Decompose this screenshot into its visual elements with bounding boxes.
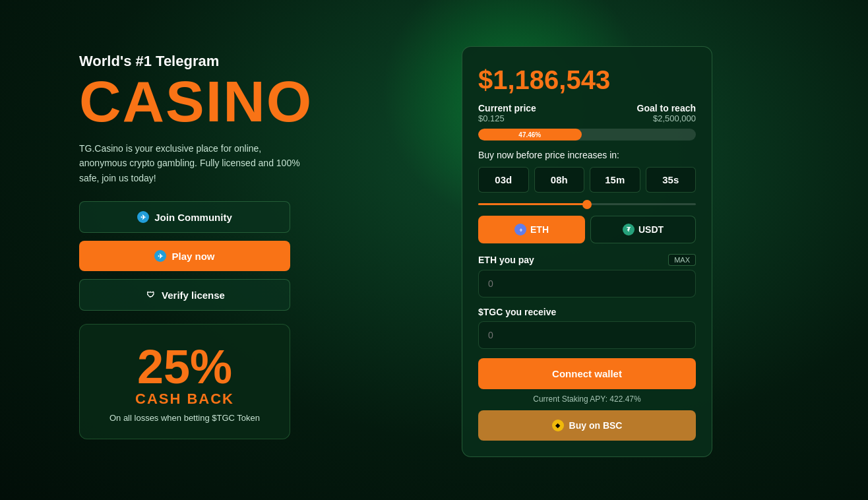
verify-icon: 🛡 [144, 289, 156, 301]
eth-icon: ⬨ [514, 224, 526, 235]
play-now-button[interactable]: ✈ Play now [79, 241, 290, 271]
play-telegram-icon: ✈ [154, 250, 166, 262]
tgc-input[interactable] [478, 321, 696, 349]
cashback-label: CASH BACK [101, 391, 268, 408]
join-community-button[interactable]: ✈ Join Community [79, 201, 290, 233]
bsc-button-label: Buy on BSC [569, 420, 623, 431]
max-button[interactable]: MAX [668, 254, 696, 266]
verify-license-label: Verify license [162, 290, 225, 301]
goal-value: $2,500,000 [637, 113, 696, 123]
progress-bar-container: 47.46% [478, 129, 696, 141]
usdt-icon: ₮ [623, 224, 635, 235]
goal-price-group: Goal to reach $2,500,000 [637, 103, 696, 123]
timer-label: Buy now before price increases in: [478, 150, 696, 160]
raised-amount: $1,186,543 [478, 65, 696, 95]
current-price-group: Current price $0.125 [478, 103, 536, 123]
slider-track[interactable] [478, 203, 696, 205]
bsc-icon: ◆ [552, 420, 564, 431]
eth-tab[interactable]: ⬨ ETH [478, 216, 585, 243]
verify-license-button[interactable]: 🛡 Verify license [79, 279, 290, 311]
eth-field-label: ETH you pay MAX [478, 254, 696, 266]
slider-dot[interactable] [582, 200, 592, 209]
progress-bar-fill: 47.46% [478, 129, 582, 141]
telegram-icon: ✈ [137, 211, 149, 223]
timer-seconds: 35s [646, 167, 697, 193]
cashback-description: On all losses when betting $TGC Token [101, 413, 268, 423]
content-wrapper: World's #1 Telegram CASINO TG.Casino is … [0, 0, 868, 500]
cashback-percent: 25% [101, 343, 268, 391]
timer-boxes: 03d 08h 15m 35s [478, 167, 696, 193]
button-group: ✈ Join Community ✈ Play now 🛡 Verify lic… [79, 201, 290, 311]
bsc-button[interactable]: ◆ Buy on BSC [478, 410, 696, 441]
eth-input[interactable] [478, 270, 696, 297]
price-row: Current price $0.125 Goal to reach $2,50… [478, 103, 696, 123]
eth-tab-label: ETH [530, 224, 549, 235]
timer-minutes: 15m [590, 167, 640, 193]
subtitle: World's #1 Telegram [79, 53, 422, 70]
tgc-field-label: $TGC you receive [478, 307, 696, 317]
casino-title: CASINO [79, 73, 422, 131]
usdt-tab[interactable]: ₮ USDT [590, 216, 696, 243]
description: TG.Casino is your exclusive place for on… [79, 141, 303, 185]
presale-widget: $1,186,543 Current price $0.125 Goal to … [462, 46, 712, 457]
goal-label: Goal to reach [637, 103, 696, 113]
left-panel: World's #1 Telegram CASINO TG.Casino is … [79, 40, 422, 439]
currency-tabs: ⬨ ETH ₮ USDT [478, 216, 696, 243]
cashback-card: 25% CASH BACK On all losses when betting… [79, 324, 290, 439]
current-price-value: $0.125 [478, 113, 536, 123]
current-price-label: Current price [478, 103, 536, 113]
connect-wallet-button[interactable]: Connect wallet [478, 358, 696, 389]
progress-label: 47.46% [518, 131, 541, 139]
timer-days: 03d [478, 167, 529, 193]
usdt-tab-label: USDT [638, 224, 664, 235]
timer-hours: 08h [534, 167, 585, 193]
staking-apy: Current Staking APY: 422.47% [478, 394, 696, 404]
join-community-label: Join Community [154, 212, 232, 223]
play-now-label: Play now [171, 251, 214, 262]
